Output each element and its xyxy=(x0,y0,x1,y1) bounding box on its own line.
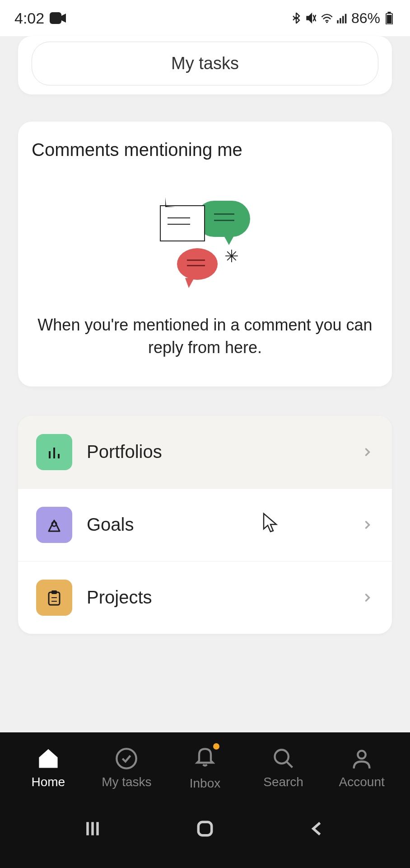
android-system-nav xyxy=(0,805,410,852)
speech-bubble-white-icon xyxy=(160,205,205,241)
tab-account-label: Account xyxy=(339,775,385,789)
check-circle-icon xyxy=(115,747,138,770)
svg-rect-10 xyxy=(53,448,55,458)
bluetooth-icon xyxy=(290,12,303,24)
svg-rect-14 xyxy=(51,590,57,594)
recents-button[interactable] xyxy=(83,819,102,839)
asterisk-icon: ✳ xyxy=(224,246,239,266)
svg-rect-9 xyxy=(49,451,51,458)
video-recording-icon xyxy=(50,12,66,24)
tab-my-tasks-label: My tasks xyxy=(102,775,151,789)
nav-item-projects[interactable]: Projects xyxy=(18,561,392,634)
projects-icon xyxy=(36,580,72,616)
person-icon xyxy=(350,747,373,770)
signal-icon xyxy=(336,12,349,24)
comments-illustration: ✳ xyxy=(32,178,378,314)
my-tasks-button[interactable]: My tasks xyxy=(32,42,378,85)
comments-title: Comments mentioning me xyxy=(32,140,378,160)
wifi-icon xyxy=(321,12,333,24)
chevron-right-icon xyxy=(361,446,374,458)
tab-home[interactable]: Home xyxy=(9,747,88,789)
tab-search-label: Search xyxy=(263,775,303,789)
status-right: 86% xyxy=(290,10,396,27)
svg-rect-11 xyxy=(58,454,60,458)
svg-rect-4 xyxy=(342,16,344,23)
svg-point-20 xyxy=(358,750,366,758)
bell-icon xyxy=(193,745,217,769)
tab-my-tasks[interactable]: My tasks xyxy=(88,747,166,789)
svg-rect-0 xyxy=(50,12,61,24)
projects-label: Projects xyxy=(87,587,347,608)
nav-list-card: Portfolios Goals Projects xyxy=(18,416,392,634)
svg-point-12 xyxy=(52,522,56,526)
status-bar: 4:02 86% xyxy=(0,0,410,36)
my-tasks-card: My tasks xyxy=(18,36,392,94)
tab-search[interactable]: Search xyxy=(244,747,323,789)
my-tasks-label: My tasks xyxy=(171,54,239,73)
goals-icon xyxy=(36,507,72,543)
tab-account[interactable]: Account xyxy=(322,747,401,789)
home-icon xyxy=(37,747,60,770)
svg-rect-8 xyxy=(387,15,392,24)
battery-icon xyxy=(383,12,396,24)
nav-item-portfolios[interactable]: Portfolios xyxy=(18,416,392,489)
svg-rect-24 xyxy=(198,822,211,835)
home-button[interactable] xyxy=(195,819,215,839)
notification-dot xyxy=(213,743,219,750)
svg-rect-5 xyxy=(345,14,347,24)
svg-line-19 xyxy=(286,761,292,767)
mute-icon xyxy=(305,12,318,24)
battery-percent: 86% xyxy=(351,10,380,27)
bottom-navigation: Home My tasks Inbox Search Account xyxy=(0,732,410,868)
chevron-right-icon xyxy=(361,519,374,531)
status-left: 4:02 xyxy=(14,9,66,27)
svg-point-18 xyxy=(275,750,288,763)
portfolios-icon xyxy=(36,434,72,470)
svg-point-1 xyxy=(326,22,328,24)
comments-empty-message: When you're mentioned in a comment you c… xyxy=(32,314,378,359)
search-icon xyxy=(272,747,295,770)
tab-inbox-label: Inbox xyxy=(190,776,221,791)
goals-label: Goals xyxy=(87,514,347,535)
svg-rect-2 xyxy=(337,20,339,24)
comments-mentioning-card: Comments mentioning me ✳ When you're men… xyxy=(18,122,392,387)
nav-item-goals[interactable]: Goals xyxy=(18,489,392,561)
svg-rect-3 xyxy=(340,18,341,24)
portfolios-label: Portfolios xyxy=(87,442,347,462)
speech-bubble-red-icon xyxy=(177,248,218,280)
chevron-right-icon xyxy=(361,591,374,604)
svg-point-17 xyxy=(117,749,136,768)
tab-inbox[interactable]: Inbox xyxy=(166,745,244,791)
tab-home-label: Home xyxy=(31,775,65,789)
back-button[interactable] xyxy=(308,819,327,839)
svg-rect-13 xyxy=(49,592,60,605)
status-time: 4:02 xyxy=(14,9,44,27)
